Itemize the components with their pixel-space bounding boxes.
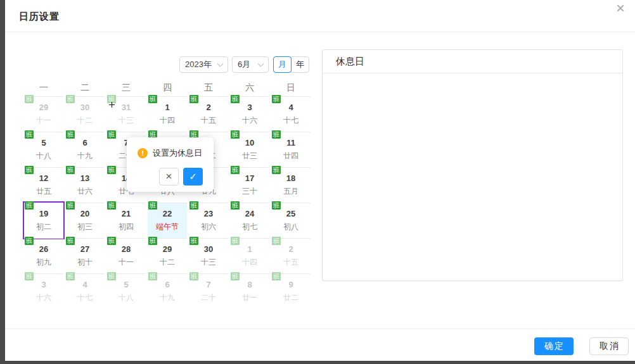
lunar-label: 十三 [189, 258, 228, 266]
day-cell[interactable]: 班5十八 [106, 273, 146, 309]
day-cell[interactable]: 班4十七 [65, 273, 105, 309]
dialog-header: 日历设置 [5, 0, 635, 32]
day-cell[interactable]: 班18五月 [271, 167, 311, 203]
day-number: 8 [230, 280, 269, 289]
lunar-label: 初七 [230, 223, 269, 230]
view-mode-month[interactable]: 月 [273, 56, 292, 73]
day-cell[interactable]: 班2十五 [189, 96, 228, 132]
day-cell[interactable]: 班6十九 [65, 132, 105, 167]
weekday-label: 日 [271, 82, 311, 95]
day-number: 1 [148, 103, 187, 111]
lunar-label: 十四 [148, 116, 187, 124]
day-cell[interactable]: 班29十一 [24, 96, 63, 132]
year-select[interactable]: 2023年 [179, 56, 228, 73]
month-select-value: 6月 [238, 59, 250, 70]
day-cell[interactable]: 班5十八 [24, 132, 63, 167]
calendar-settings-dialog: 日历设置 × 2023年 6月 月 年 一二三四五六日 班29十一班30十二班3… [5, 0, 635, 361]
lunar-label: 廿一 [230, 294, 269, 301]
day-cell[interactable]: 班23初六 [189, 203, 228, 238]
day-number: 6 [65, 139, 105, 147]
work-day-badge: 班 [189, 201, 198, 210]
chevron-down-icon [258, 60, 264, 66]
day-cell[interactable]: 班12廿五 [24, 167, 63, 203]
day-cell[interactable]: 班4十七 [271, 96, 311, 132]
lunar-label: 初二 [24, 223, 63, 230]
work-day-badge: 班 [148, 272, 157, 280]
lunar-label: 廿三 [230, 152, 269, 160]
close-icon[interactable]: × [611, 0, 630, 18]
day-cell[interactable]: 班29十二 [148, 238, 187, 273]
day-cell[interactable]: 班10廿三 [230, 132, 269, 167]
lunar-label: 十四 [230, 258, 269, 266]
day-number: 24 [230, 210, 269, 218]
day-number: 1 [230, 245, 269, 253]
confirm-button[interactable]: 确定 [534, 337, 574, 355]
work-day-badge: 班 [231, 95, 240, 103]
day-cell[interactable]: 班1十四 [230, 238, 269, 273]
lunar-label: 十五 [189, 116, 228, 124]
weekday-label: 三 [106, 82, 146, 95]
day-cell[interactable]: 班19初二 [24, 203, 63, 238]
lunar-label: 十一 [24, 116, 63, 124]
popover-confirm-button[interactable]: ✓ [183, 168, 203, 185]
view-mode-toggle: 月 年 [273, 56, 309, 73]
work-day-badge: 班 [25, 201, 34, 210]
work-day-badge: 班 [25, 272, 34, 280]
day-number: 9 [271, 280, 311, 289]
day-cell[interactable]: 班25初八 [271, 203, 311, 238]
lunar-label: 十九 [148, 294, 187, 301]
day-cell[interactable]: 班3十六 [230, 96, 269, 132]
work-day-badge: 班 [66, 237, 75, 245]
day-number: 30 [189, 245, 228, 253]
work-day-badge: 班 [148, 201, 157, 210]
day-cell[interactable]: 班3十六 [24, 273, 63, 309]
weekday-label: 四 [148, 82, 187, 95]
day-number: 3 [24, 280, 63, 289]
day-cell[interactable]: 班11廿四 [271, 132, 311, 167]
day-number: 18 [271, 174, 311, 182]
work-day-badge: 班 [107, 237, 116, 245]
day-cell[interactable]: 班9廿二 [271, 273, 311, 309]
day-number: 29 [24, 103, 63, 111]
work-day-badge: 班 [107, 272, 116, 280]
work-day-badge: 班 [148, 95, 157, 103]
day-cell[interactable]: 班24初七 [230, 203, 269, 238]
day-cell[interactable]: 班6十九 [148, 273, 187, 309]
day-number: 3 [230, 103, 269, 111]
lunar-label: 十一 [106, 258, 146, 266]
day-cell[interactable]: 班30十三 [189, 238, 228, 273]
day-number: 5 [24, 139, 63, 147]
work-day-badge: 班 [66, 201, 75, 210]
work-day-badge: 班 [231, 166, 240, 174]
day-cell[interactable]: 班1十四 [148, 96, 187, 132]
day-cell[interactable]: 班26初九 [24, 238, 63, 273]
lunar-label: 初六 [189, 223, 228, 230]
work-day-badge: 班 [231, 272, 240, 280]
day-cell[interactable]: 班7二十 [189, 273, 228, 309]
view-mode-year[interactable]: 年 [291, 56, 309, 73]
day-cell[interactable]: 班13廿六 [65, 167, 105, 203]
work-day-badge: 班 [66, 95, 75, 103]
day-number: 2 [189, 103, 228, 111]
day-cell[interactable]: 班20初三 [65, 203, 105, 238]
month-select[interactable]: 6月 [232, 56, 269, 73]
work-day-badge: 班 [148, 237, 157, 245]
day-cell[interactable]: 班27初十 [65, 238, 105, 273]
popover-cancel-button[interactable]: × [159, 168, 179, 185]
work-day-badge: 班 [272, 130, 281, 139]
cancel-button[interactable]: 取消 [589, 337, 629, 355]
day-number: 22 [148, 210, 187, 218]
weekday-row: 一二三四五六日 [24, 82, 312, 95]
lunar-label: 十九 [65, 152, 105, 160]
day-cell[interactable]: 班2十五 [271, 238, 311, 273]
lunar-label: 十六 [230, 116, 269, 124]
day-cell[interactable]: 班22端午节 [148, 203, 187, 238]
day-cell[interactable]: 班30十二 [65, 96, 105, 132]
day-cell[interactable]: 班21初四 [106, 203, 146, 238]
day-number: 26 [24, 245, 63, 253]
day-number: 25 [271, 210, 311, 218]
day-number: 23 [189, 210, 228, 218]
day-cell[interactable]: 班8廿一 [230, 273, 269, 309]
day-cell[interactable]: 班28十一 [106, 238, 146, 273]
day-cell[interactable]: 班17三十 [230, 167, 269, 203]
